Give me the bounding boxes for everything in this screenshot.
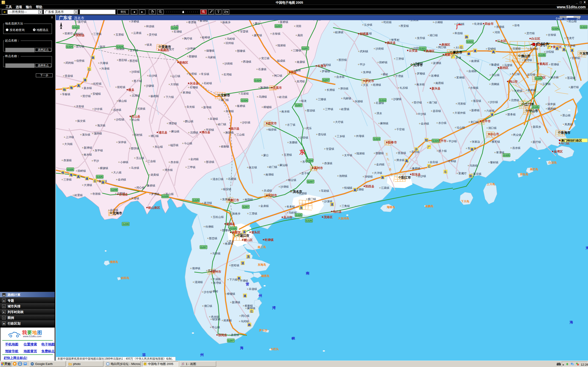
svg-text:G321: G321 (420, 47, 426, 50)
svg-text:开平市: 开平市 (481, 119, 491, 123)
svg-text:高: 高 (354, 188, 356, 192)
svg-text:那丽镇: 那丽镇 (189, 55, 197, 58)
svg-text:横门镇: 横门镇 (308, 198, 316, 201)
svg-text:路: 路 (470, 148, 474, 151)
svg-text:速: 速 (570, 49, 573, 52)
svg-text:高明区: 高明区 (500, 66, 509, 69)
svg-text:营仔镇: 营仔镇 (414, 101, 422, 104)
svg-text:旧州镇: 旧州镇 (225, 42, 234, 45)
svg-text:涠洲岛: 涠洲岛 (110, 260, 118, 264)
svg-text:潭水镇: 潭水镇 (164, 168, 173, 172)
svg-text:石岭镇: 石岭镇 (204, 82, 212, 85)
svg-text:桂: 桂 (61, 171, 64, 174)
svg-text:县底镇: 县底镇 (231, 333, 239, 336)
svg-text:民众镇: 民众镇 (513, 133, 521, 136)
svg-text:化龙镇: 化龙镇 (474, 22, 482, 25)
svg-text:荷包岛: 荷包岛 (520, 173, 528, 176)
svg-text:G324: G324 (374, 138, 380, 140)
svg-text:程村镇: 程村镇 (134, 133, 142, 136)
svg-text:悦城镇: 悦城镇 (344, 186, 352, 190)
svg-text:台山市: 台山市 (490, 132, 499, 136)
svg-text:灵山县: 灵山县 (131, 115, 140, 118)
svg-text:沙陂镇: 沙陂镇 (393, 98, 401, 101)
svg-text:太平镇: 太平镇 (130, 49, 138, 52)
svg-text:南: 南 (306, 271, 309, 275)
svg-text:陆川县: 陆川县 (231, 127, 240, 130)
svg-text:G207: G207 (200, 246, 207, 249)
svg-text:马岭镇: 马岭镇 (227, 37, 235, 40)
svg-text:蒙公: 蒙公 (263, 154, 269, 157)
svg-text:湛: 湛 (241, 261, 244, 265)
svg-text:共成镇: 共成镇 (264, 189, 272, 192)
svg-text:深井镇: 深井镇 (118, 141, 126, 144)
svg-text:太平镇: 太平镇 (344, 154, 352, 157)
svg-text:潭水镇: 潭水镇 (396, 158, 405, 162)
svg-text:五里镇: 五里镇 (115, 33, 124, 36)
svg-text:电白县: 电白县 (333, 210, 342, 213)
svg-text:G325: G325 (503, 154, 510, 157)
svg-text:沙扒镇: 沙扒镇 (489, 100, 498, 104)
svg-text:岗美镇: 岗美镇 (151, 173, 159, 176)
svg-text:富藏圩: 富藏圩 (458, 172, 467, 175)
svg-text:岭景镇: 岭景镇 (74, 194, 83, 197)
svg-text:露圩镇: 露圩镇 (571, 85, 579, 89)
svg-text:乌家镇: 乌家镇 (208, 56, 216, 59)
svg-text:化州市: 化州市 (268, 194, 277, 197)
svg-text:新兴县: 新兴县 (431, 87, 441, 90)
svg-text:西场镇: 西场镇 (243, 60, 251, 63)
svg-text:阳: 阳 (469, 174, 472, 178)
svg-text:金鸡镇: 金鸡镇 (118, 178, 126, 181)
svg-text:二: 二 (388, 163, 390, 166)
svg-text:龙山镇: 龙山镇 (131, 118, 140, 121)
svg-text:南水镇: 南水镇 (84, 153, 92, 156)
svg-text:甘棠镇: 甘棠镇 (240, 30, 248, 33)
svg-text:寺面镇: 寺面镇 (92, 192, 101, 195)
svg-text:吉水镇: 吉水镇 (512, 146, 520, 150)
svg-text:罗定市: 罗定市 (365, 79, 374, 83)
svg-text:斗山镇: 斗山镇 (184, 142, 192, 145)
svg-text:塘口镇: 塘口镇 (150, 134, 159, 138)
svg-text:0 km: 0 km (556, 17, 562, 20)
svg-text:那隆镇: 那隆镇 (222, 229, 230, 232)
svg-text:南蓢镇: 南蓢镇 (435, 81, 444, 85)
svg-text:东: 东 (299, 149, 305, 156)
svg-text:峡: 峡 (292, 336, 295, 340)
svg-text:珠海市: 珠海市 (561, 131, 571, 134)
svg-text:兴业县: 兴业县 (190, 82, 199, 85)
svg-text:横山镇: 横山镇 (118, 99, 127, 102)
svg-text:龙口镇: 龙口镇 (470, 120, 479, 124)
svg-text:沙古镇: 沙古镇 (94, 107, 103, 110)
svg-text:三堡镇: 三堡镇 (396, 57, 404, 60)
svg-text:新洲镇: 新洲镇 (84, 146, 92, 149)
svg-text:罗镜镇: 罗镜镇 (322, 70, 330, 73)
svg-text:昆仑镇: 昆仑镇 (76, 45, 84, 48)
svg-text:博贺镇: 博贺镇 (169, 122, 177, 125)
svg-text:公: 公 (427, 165, 431, 168)
svg-text:新桥镇: 新桥镇 (280, 20, 288, 24)
svg-text:富林镇: 富林镇 (456, 76, 465, 79)
svg-text:中和镇: 中和镇 (448, 160, 456, 163)
svg-text:兴港镇: 兴港镇 (101, 67, 110, 70)
svg-text:港南区: 港南区 (160, 48, 169, 52)
svg-text:金湾区: 金湾区 (553, 150, 563, 153)
svg-text:上洋镇: 上洋镇 (66, 135, 74, 139)
svg-text:和吉镇: 和吉镇 (146, 25, 154, 28)
svg-text:振南乡: 振南乡 (232, 212, 241, 215)
svg-text:鹤山市: 鹤山市 (509, 80, 518, 83)
svg-text:六靖镇: 六靖镇 (486, 109, 494, 112)
svg-text:海: 海 (69, 86, 73, 90)
svg-text:G209: G209 (123, 223, 129, 225)
svg-text:古丁镇: 古丁镇 (287, 123, 295, 126)
svg-text:南鹏岛: 南鹏岛 (425, 205, 433, 208)
svg-text:湛: 湛 (330, 203, 334, 206)
svg-text:沙田镇: 沙田镇 (300, 136, 308, 139)
svg-text:中沙镇: 中沙镇 (418, 112, 426, 116)
svg-text:河辰镇: 河辰镇 (137, 107, 145, 110)
svg-text:三山镇: 三山镇 (236, 133, 245, 136)
svg-text:铁山港区: 铁山港区 (148, 206, 160, 209)
svg-text:阳春市: 阳春市 (388, 141, 397, 144)
svg-text:G322: G322 (73, 26, 79, 29)
svg-text:新桥镇: 新桥镇 (527, 89, 536, 92)
svg-text:东岸镇: 东岸镇 (363, 71, 371, 74)
svg-text:东平镇: 东平镇 (95, 149, 103, 152)
